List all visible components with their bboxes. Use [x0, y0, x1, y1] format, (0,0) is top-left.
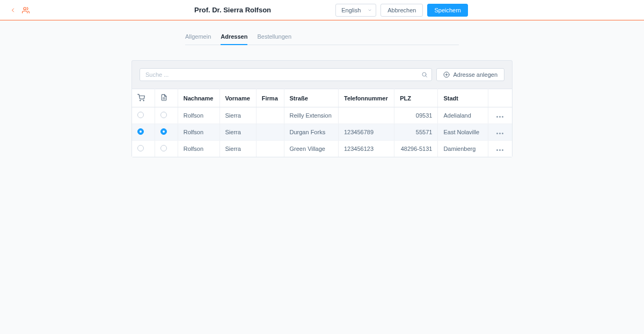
panel-toolbar: Adresse anlegen [132, 61, 512, 89]
cancel-button[interactable]: Abbrechen [380, 4, 423, 17]
col-header-street[interactable]: Straße [284, 89, 338, 107]
topbar-nav [9, 6, 185, 14]
cell-company [256, 124, 284, 141]
cell-company [256, 107, 284, 124]
cell-street: Reilly Extension [284, 107, 338, 124]
cart-icon [137, 94, 145, 101]
col-header-firstname[interactable]: Vorname [219, 89, 256, 107]
cell-street: Green Village [284, 141, 338, 157]
chevron-down-icon [368, 8, 372, 12]
search-icon [421, 71, 428, 78]
col-header-billing[interactable] [155, 89, 178, 107]
address-table: Nachname Vorname Firma Straße Telefonnum… [132, 89, 512, 157]
cell-city: Adelialand [438, 107, 488, 124]
cell-firstname: Sierra [219, 107, 256, 124]
tabs-container: Allgemein Adressen Bestellungen [185, 30, 459, 45]
tab-addresses[interactable]: Adressen [221, 30, 247, 45]
default-shipping-radio[interactable] [137, 145, 144, 151]
cell-lastname: Rolfson [178, 124, 219, 141]
default-billing-radio[interactable] [160, 145, 167, 151]
plus-circle-icon [443, 71, 450, 78]
table-row[interactable]: RolfsonSierraReilly Extension09531Adelia… [132, 107, 512, 124]
cell-phone: 123456123 [339, 141, 394, 157]
tab-general[interactable]: Allgemein [185, 30, 211, 45]
cell-zip: 09531 [394, 107, 438, 124]
row-context-button[interactable] [494, 133, 507, 134]
svg-point-0 [24, 7, 26, 10]
cell-street: Durgan Forks [284, 124, 338, 141]
cell-zip: 48296-5131 [394, 141, 438, 157]
cell-phone: 123456789 [339, 124, 394, 141]
row-context-button[interactable] [494, 116, 507, 118]
page-title: Prof. Dr. Sierra Rolfson [194, 6, 271, 14]
svg-line-2 [426, 76, 427, 77]
language-select[interactable]: English [335, 4, 376, 17]
table-header-row: Nachname Vorname Firma Straße Telefonnum… [132, 89, 512, 107]
default-shipping-radio[interactable] [137, 112, 144, 118]
cell-firstname: Sierra [219, 124, 256, 141]
svg-point-6 [140, 100, 141, 100]
cell-city: East Nolaville [438, 124, 488, 141]
default-billing-radio[interactable] [160, 112, 167, 118]
svg-point-1 [422, 72, 426, 76]
col-header-phone[interactable]: Telefonnummer [339, 89, 394, 107]
cell-zip: 55571 [394, 124, 438, 141]
default-shipping-radio[interactable] [137, 128, 144, 135]
cell-company [256, 141, 284, 157]
cell-lastname: Rolfson [178, 107, 219, 124]
back-icon[interactable] [9, 6, 17, 14]
cell-lastname: Rolfson [178, 141, 219, 157]
search-wrap [140, 68, 432, 81]
document-icon [160, 94, 167, 101]
table-row[interactable]: RolfsonSierraGreen Village12345612348296… [132, 141, 512, 157]
col-header-lastname[interactable]: Nachname [178, 89, 219, 107]
top-bar: Prof. Dr. Sierra Rolfson English Abbrech… [0, 0, 644, 20]
table-row[interactable]: RolfsonSierraDurgan Forks12345678955571E… [132, 124, 512, 141]
add-address-button[interactable]: Adresse anlegen [436, 68, 504, 81]
search-input[interactable] [140, 68, 432, 81]
col-header-city[interactable]: Stadt [438, 89, 488, 107]
topbar-center: Prof. Dr. Sierra Rolfson English Abbrech… [194, 4, 468, 17]
tabs: Allgemein Adressen Bestellungen [185, 30, 459, 45]
col-header-zip[interactable]: PLZ [394, 89, 438, 107]
cell-firstname: Sierra [219, 141, 256, 157]
default-billing-radio[interactable] [160, 128, 167, 135]
language-select-value: English [341, 7, 361, 13]
customers-icon[interactable] [21, 6, 30, 14]
svg-point-7 [143, 100, 144, 100]
address-panel: Adresse anlegen Nachname Vorname Firma [131, 60, 513, 157]
col-header-shipping[interactable] [132, 89, 155, 107]
col-header-company[interactable]: Firma [256, 89, 284, 107]
col-header-actions [488, 89, 512, 107]
cell-city: Damienberg [438, 141, 488, 157]
save-button[interactable]: Speichern [427, 4, 468, 17]
cell-phone [339, 107, 394, 124]
tab-orders[interactable]: Bestellungen [257, 30, 291, 45]
add-address-label: Adresse anlegen [453, 71, 497, 78]
topbar-actions: English Abbrechen Speichern [335, 4, 468, 17]
row-context-button[interactable] [494, 149, 507, 151]
